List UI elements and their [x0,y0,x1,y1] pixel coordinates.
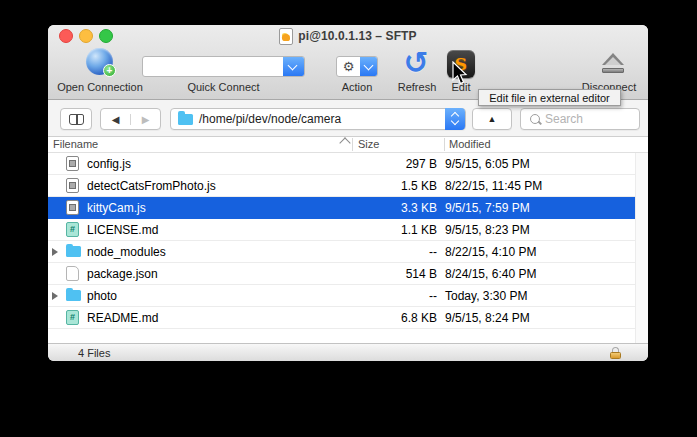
file-count: 4 Files [78,347,110,359]
file-type-icon [66,310,79,325]
forward-button[interactable]: ▶ [131,114,160,125]
table-row[interactable]: kittyCam.js 3.3 KB 9/5/15, 7:59 PM [48,197,635,219]
search-field[interactable]: Search [520,108,640,130]
cyberduck-document-icon [279,28,293,45]
search-placeholder: Search [545,112,583,126]
quick-connect-label: Quick Connect [142,81,305,93]
quick-connect-dropdown-button[interactable] [283,57,304,76]
table-row[interactable]: package.json 514 B 8/24/15, 6:40 PM [48,263,635,285]
modified-cell: Today, 3:30 PM [445,289,528,303]
eject-bar [602,68,624,73]
action-label[interactable]: Action [323,81,391,93]
filename-cell: node_modules [87,245,166,259]
file-type-icon [66,246,81,257]
modified-cell: 8/22/15, 4:10 PM [445,245,536,259]
modified-cell: 8/24/15, 6:40 PM [445,267,536,281]
filename-cell: photo [87,289,117,303]
folder-icon [178,114,193,125]
action-control[interactable]: ⚙ [336,56,378,77]
size-cell: 514 B [307,267,437,281]
scrollbar-track[interactable] [635,153,648,343]
size-cell: 6.8 KB [307,311,437,325]
eject-triangle [602,53,624,65]
action-dropdown-button[interactable] [360,57,377,76]
tooltip: Edit file in external editor [478,89,621,106]
disconnect-eject-icon[interactable] [599,52,627,76]
filename-cell: kittyCam.js [87,201,146,215]
disclosure-triangle-icon[interactable] [52,248,58,256]
column-header-size[interactable]: Size [358,138,379,150]
book-icon [69,114,84,125]
table-row[interactable]: photo -- Today, 3:30 PM [48,285,635,307]
go-up-button[interactable]: ▲ [472,108,512,130]
window-title: pi@10.0.1.13 – SFTP [298,29,416,43]
path-dropdown-button[interactable] [445,108,465,130]
file-type-icon [66,266,79,281]
column-header-filename[interactable]: Filename [53,138,98,150]
sftp-window: pi@10.0.1.13 – SFTP ⚙ ↺ S Open Connectio… [48,25,648,361]
chevron-down-icon [364,61,374,71]
current-path: /home/pi/dev/node/camera [199,112,341,126]
open-connection-icon[interactable] [86,48,113,75]
size-cell: -- [307,289,437,303]
path-dropdown[interactable]: /home/pi/dev/node/camera [170,108,466,130]
refresh-icon[interactable]: ↺ [400,47,432,79]
lock-body [610,352,621,360]
filename-cell: README.md [87,311,158,325]
status-bar: 4 Files [48,343,648,361]
history-nav: ◀ ▶ [100,108,161,130]
column-header-modified[interactable]: Modified [449,138,491,150]
table-row[interactable]: config.js 297 B 9/5/15, 6:05 PM [48,153,635,175]
chevron-down-icon [451,117,459,125]
modified-cell: 9/5/15, 7:59 PM [445,201,530,215]
column-header-row: Filename Size Modified [48,137,648,153]
size-cell: 1.1 KB [307,223,437,237]
file-type-icon [66,156,79,171]
open-connection-label[interactable]: Open Connection [50,81,150,93]
table-row[interactable]: LICENSE.md 1.1 KB 9/5/15, 8:23 PM [48,219,635,241]
filename-cell: detectCatsFromPhoto.js [87,179,216,193]
table-row[interactable]: README.md 6.8 KB 9/5/15, 8:24 PM [48,307,635,329]
size-cell: 297 B [307,157,437,171]
file-list-area: config.js 297 B 9/5/15, 6:05 PM detectCa… [48,153,648,343]
file-type-icon [66,290,81,301]
file-type-icon [66,222,79,237]
modified-cell: 9/5/15, 6:05 PM [445,157,530,171]
table-row[interactable]: detectCatsFromPhoto.js 1.5 KB 8/22/15, 1… [48,175,635,197]
titlebar: pi@10.0.1.13 – SFTP [48,27,648,45]
sort-ascending-icon [339,137,350,148]
chevron-down-icon [288,61,298,71]
back-button[interactable]: ◀ [101,114,131,125]
table-row[interactable]: node_modules -- 8/22/15, 4:10 PM [48,241,635,263]
gear-icon[interactable]: ⚙ [337,57,360,76]
modified-cell: 9/5/15, 8:23 PM [445,223,530,237]
search-icon [530,114,540,124]
modified-cell: 9/5/15, 8:24 PM [445,311,530,325]
modified-cell: 8/22/15, 11:45 PM [445,179,542,193]
size-cell: 1.5 KB [307,179,437,193]
file-type-icon [66,200,79,215]
quick-connect-input[interactable] [142,56,305,77]
filename-cell: package.json [87,267,158,281]
size-cell: -- [307,245,437,259]
column-divider[interactable] [444,138,445,151]
filename-cell: config.js [87,157,131,171]
disclosure-triangle-icon[interactable] [52,292,58,300]
file-list: config.js 297 B 9/5/15, 6:05 PM detectCa… [48,153,635,329]
size-cell: 3.3 KB [307,201,437,215]
file-type-icon [66,178,79,193]
lock-icon [610,347,621,359]
bookmarks-button[interactable] [60,108,92,130]
column-divider[interactable] [352,138,353,151]
filename-cell: LICENSE.md [87,223,158,237]
mouse-cursor [452,61,469,87]
